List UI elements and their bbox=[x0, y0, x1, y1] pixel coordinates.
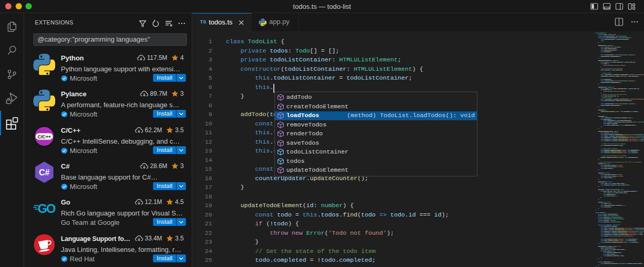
svg-text:new: new bbox=[608, 65, 610, 66]
svg-text:saveTodos: saveTodos bbox=[604, 51, 610, 53]
svg-text:=: = bbox=[604, 172, 605, 174]
svg-text:splice: splice bbox=[608, 95, 612, 97]
svg-text:as: as bbox=[640, 231, 642, 232]
svg-text:input: input bbox=[604, 168, 608, 169]
svg-text:{: { bbox=[608, 63, 609, 65]
svg-text:=: = bbox=[611, 232, 612, 234]
svg-text:=: = bbox=[613, 74, 614, 75]
svg-text:input: input bbox=[607, 253, 610, 255]
svg-text:todo: todo bbox=[605, 61, 608, 63]
svg-text:savedTodos: savedTodos bbox=[605, 117, 612, 119]
svg-text:document: document bbox=[609, 229, 615, 231]
svg-text:;: ; bbox=[621, 82, 621, 83]
svg-text:;: ; bbox=[623, 175, 623, 177]
svg-text:HTMLInputElement: HTMLInputElement bbox=[608, 215, 619, 217]
svg-text:=: = bbox=[608, 61, 609, 63]
svg-text:'click': 'click' bbox=[623, 152, 627, 154]
svg-text:if: if bbox=[601, 89, 602, 91]
svg-text:private: private bbox=[598, 218, 603, 220]
svg-text:'completed': 'completed' bbox=[620, 75, 627, 77]
svg-text:index: index bbox=[603, 89, 607, 91]
svg-text:private: private bbox=[598, 261, 603, 263]
svg-text:toggle: toggle bbox=[615, 75, 620, 77]
svg-text:// Remove from UI: // Remove from UI bbox=[601, 97, 612, 98]
svg-text:}: } bbox=[601, 197, 602, 198]
svg-text:document: document bbox=[609, 134, 614, 135]
svg-text:}: } bbox=[598, 179, 599, 180]
svg-text:const: const bbox=[601, 249, 604, 250]
svg-text:;: ; bbox=[637, 238, 637, 240]
svg-text:'todos': 'todos' bbox=[627, 117, 632, 119]
svg-text:,: , bbox=[627, 75, 627, 77]
svg-text:<: < bbox=[608, 89, 609, 91]
svg-text:'Enter': 'Enter' bbox=[613, 190, 617, 192]
svg-text:input: input bbox=[603, 215, 607, 217]
svg-text:Error: Error bbox=[610, 65, 614, 66]
svg-text:'none': 'none' bbox=[618, 174, 622, 175]
svg-text:}: } bbox=[598, 169, 599, 171]
svg-text:=: = bbox=[615, 54, 616, 56]
svg-text:;: ; bbox=[636, 240, 637, 241]
svg-text:index: index bbox=[605, 88, 609, 90]
svg-text:=: = bbox=[610, 46, 611, 48]
svg-text:focus: focus bbox=[608, 168, 612, 169]
svg-text:private: private bbox=[598, 215, 603, 217]
svg-text:;: ; bbox=[635, 80, 636, 82]
svg-text:classList: classList bbox=[609, 75, 615, 77]
svg-text:display: display bbox=[611, 164, 616, 166]
svg-text:;: ; bbox=[613, 168, 613, 169]
svg-text:handleSubmit: handleSubmit bbox=[598, 246, 607, 247]
svg-text:;: ; bbox=[638, 152, 638, 154]
svg-text:;: ; bbox=[615, 247, 616, 249]
svg-text:): ) bbox=[605, 116, 605, 117]
svg-text:new: new bbox=[608, 91, 610, 92]
svg-text:;: ; bbox=[639, 149, 639, 151]
svg-text:throw: throw bbox=[603, 91, 607, 92]
svg-text:;: ; bbox=[622, 164, 622, 166]
svg-text:text: text bbox=[605, 183, 608, 184]
svg-text:=: = bbox=[611, 140, 612, 142]
svg-text:todoElement: todoElement bbox=[624, 100, 632, 101]
svg-text:getElementById: getElementById bbox=[618, 137, 628, 138]
svg-text:=: = bbox=[609, 88, 610, 90]
svg-text:TodoList: TodoList bbox=[600, 32, 605, 34]
svg-text:completed: completed bbox=[632, 75, 638, 77]
svg-text:=: = bbox=[612, 117, 613, 119]
svg-text:saveTodos: saveTodos bbox=[604, 79, 610, 80]
svg-text:todoObjs: todoObjs bbox=[612, 123, 618, 124]
svg-text::: : bbox=[612, 246, 613, 247]
svg-text:;: ; bbox=[617, 195, 618, 197]
svg-text:}: } bbox=[601, 66, 602, 68]
svg-text:;: ; bbox=[628, 39, 629, 40]
svg-text:hideForm: hideForm bbox=[598, 172, 604, 174]
svg-text:===: === bbox=[630, 61, 633, 63]
svg-text:;: ; bbox=[624, 218, 624, 220]
svg-text:counterEl: counterEl bbox=[603, 221, 610, 223]
svg-text:HTMLUListElement: HTMLUListElement bbox=[618, 37, 629, 39]
svg-text:updateTodoElement: updateTodoElement bbox=[598, 60, 610, 61]
svg-text:>: > bbox=[611, 250, 612, 252]
svg-text:}: } bbox=[598, 208, 599, 209]
svg-text:// Use arrow functions to auto: // Use arrow functions to automatically … bbox=[598, 161, 642, 163]
svg-text:// Set the state of the todo i: // Set the state of the todo item bbox=[601, 68, 623, 69]
svg-text:;: ; bbox=[623, 166, 623, 168]
svg-text:=: = bbox=[609, 235, 610, 237]
svg-text:): ) bbox=[610, 119, 611, 120]
svg-text:input: input bbox=[604, 175, 608, 177]
svg-text:C#: C# bbox=[39, 168, 50, 177]
svg-text:): ) bbox=[633, 229, 634, 231]
svg-text:): ) bbox=[638, 140, 639, 142]
svg-text:addEventListener: addEventListener bbox=[608, 240, 619, 241]
svg-text:=: = bbox=[612, 234, 613, 235]
svg-text:}: } bbox=[601, 126, 602, 128]
svg-text:todoList: todoList bbox=[604, 226, 610, 227]
svg-text:): ) bbox=[606, 163, 607, 164]
svg-text:}: } bbox=[598, 158, 599, 160]
svg-text:=: = bbox=[615, 120, 616, 121]
svg-text:// Update the UI: // Update the UI bbox=[601, 72, 612, 74]
svg-text:index: index bbox=[613, 95, 616, 97]
svg-text:;: ; bbox=[635, 61, 636, 63]
svg-text:TodoList: TodoList bbox=[610, 220, 616, 221]
svg-text::: : bbox=[606, 213, 607, 215]
svg-text::: : bbox=[610, 189, 611, 190]
